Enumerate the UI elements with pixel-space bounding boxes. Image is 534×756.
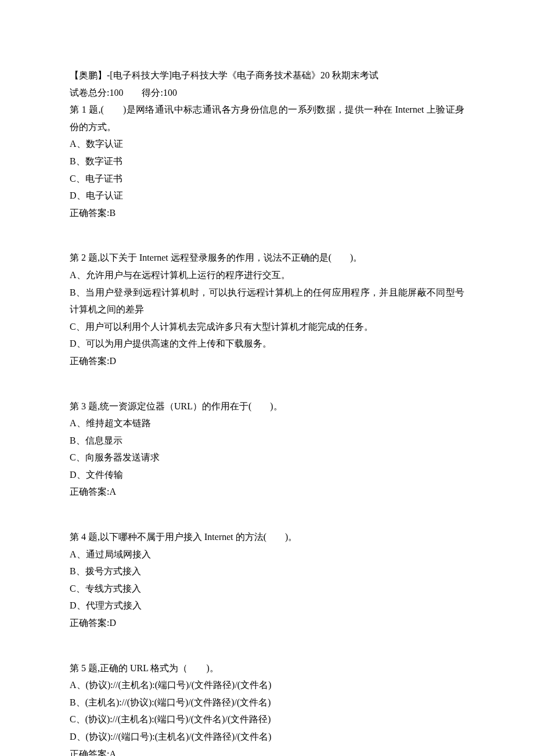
question-prompt: 第 2 题,以下关于 Internet 远程登录服务的作用，说法不正确的是( )… [70, 249, 464, 267]
question-option: B、数字证书 [70, 153, 464, 170]
score-line: 试卷总分:100得分:100 [70, 84, 464, 102]
question-answer: 正确答案:D [70, 614, 464, 632]
score-got-value: 100 [163, 88, 177, 98]
question-option: D、代理方式接入 [70, 597, 464, 614]
score-total-label: 试卷总分: [70, 88, 109, 98]
question-option: C、(协议)://(主机名):(端口号)/(文件名)/(文件路径) [70, 711, 464, 728]
score-total-value: 100 [109, 88, 123, 98]
question-option: A、通过局域网接入 [70, 546, 464, 563]
question-block: 第 3 题,统一资源定位器（URL）的作用在于( )。 A、维持超文本链路 B、… [70, 398, 464, 501]
question-option: C、用户可以利用个人计算机去完成许多只有大型计算机才能完成的任务。 [70, 318, 464, 336]
question-option: D、文件传输 [70, 466, 464, 484]
question-block: 第 4 题,以下哪种不属于用户接入 Internet 的方法( )。 A、通过局… [70, 528, 464, 632]
question-option: D、可以为用户提供高速的文件上传和下载服务。 [70, 335, 464, 352]
question-option: B、(主机名)://(协议):(端口号)/(文件路径)/(文件名) [70, 694, 464, 711]
question-prompt: 第 4 题,以下哪种不属于用户接入 Internet 的方法( )。 [70, 528, 464, 546]
question-prompt: 第 3 题,统一资源定位器（URL）的作用在于( )。 [70, 398, 464, 415]
question-option: A、数字认证 [70, 135, 464, 153]
question-option: D、(协议)://(端口号):(主机名)/(文件路径)/(文件名) [70, 728, 464, 746]
question-option: B、当用户登录到远程计算机时，可以执行远程计算机上的任何应用程序，并且能屏蔽不同… [70, 284, 464, 318]
question-option: A、允许用户与在远程计算机上运行的程序进行交互。 [70, 267, 464, 284]
document-page: 【奥鹏】-[电子科技大学]电子科技大学《电子商务技术基础》20 秋期末考试 试卷… [0, 0, 534, 756]
question-prompt: 第 5 题,正确的 URL 格式为（ )。 [70, 660, 464, 677]
score-got-label: 得分: [142, 88, 163, 98]
question-answer: 正确答案:A [70, 746, 464, 756]
question-option: C、向服务器发送请求 [70, 449, 464, 466]
question-answer: 正确答案:D [70, 352, 464, 370]
document-title: 【奥鹏】-[电子科技大学]电子科技大学《电子商务技术基础》20 秋期末考试 [70, 67, 464, 84]
question-prompt: 第 1 题,( )是网络通讯中标志通讯各方身份信息的一系列数据，提供一种在 In… [70, 101, 464, 135]
question-block: 第 5 题,正确的 URL 格式为（ )。 A、(协议)://(主机名):(端口… [70, 660, 464, 756]
question-answer: 正确答案:B [70, 204, 464, 222]
question-answer: 正确答案:A [70, 483, 464, 501]
question-option: C、专线方式接入 [70, 580, 464, 597]
question-block: 第 2 题,以下关于 Internet 远程登录服务的作用，说法不正确的是( )… [70, 249, 464, 369]
question-option: B、拨号方式接入 [70, 563, 464, 580]
question-option: C、电子证书 [70, 170, 464, 188]
question-option: A、(协议)://(主机名):(端口号)/(文件路径)/(文件名) [70, 676, 464, 694]
question-option: A、维持超文本链路 [70, 415, 464, 432]
question-block: 第 1 题,( )是网络通讯中标志通讯各方身份信息的一系列数据，提供一种在 In… [70, 101, 464, 221]
question-option: D、电子认证 [70, 187, 464, 204]
question-option: B、信息显示 [70, 432, 464, 449]
